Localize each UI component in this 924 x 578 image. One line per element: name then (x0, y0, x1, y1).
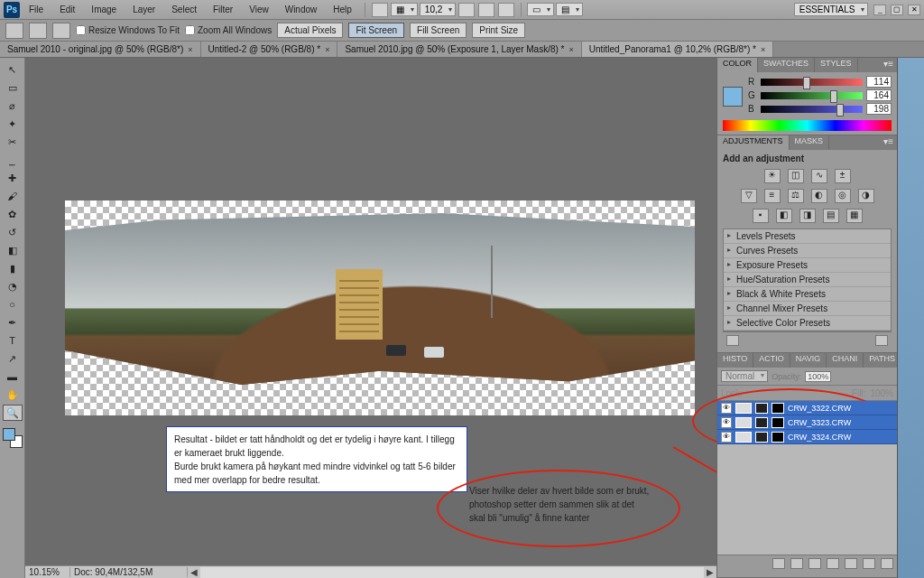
lasso-tool-icon[interactable]: ⌀ (3, 98, 23, 114)
visibility-icon[interactable]: 👁 (721, 403, 732, 414)
tab-masks[interactable]: MASKS (790, 135, 830, 150)
menu-file[interactable]: File (22, 2, 51, 17)
history-brush-icon[interactable]: ↺ (3, 224, 23, 240)
fill-screen-button[interactable]: Fill Screen (410, 23, 467, 38)
layer-mask-button-icon[interactable] (808, 558, 821, 569)
preset-item[interactable]: Selective Color Presets (724, 316, 891, 331)
document-tab[interactable]: Samuel 2010.jpg @ 50% (Exposure 1, Layer… (337, 42, 581, 57)
layer-mask-icon[interactable] (755, 432, 768, 443)
color-swatches[interactable] (3, 428, 23, 448)
menu-help[interactable]: Help (326, 2, 359, 17)
launch-bridge-icon[interactable] (372, 3, 388, 17)
dodge-tool-icon[interactable]: ○ (3, 296, 23, 312)
menu-select[interactable]: Select (164, 2, 204, 17)
layer-row[interactable]: 👁 CRW_3323.CRW (717, 415, 897, 430)
layer-thumb[interactable] (735, 432, 752, 443)
tab-adjustments[interactable]: ADJUSTMENTS (717, 135, 790, 150)
gradient-tool-icon[interactable]: ▮ (3, 260, 23, 276)
vibrance-icon[interactable]: ▽ (741, 189, 757, 203)
foreground-color-icon[interactable] (3, 428, 15, 441)
zoom-tool-icon[interactable] (478, 3, 494, 17)
brush-tool-icon[interactable]: 🖌 (3, 188, 23, 204)
menu-edit[interactable]: Edit (52, 2, 82, 17)
gradient-map-icon[interactable]: ▤ (823, 209, 839, 223)
menu-window[interactable]: Window (278, 2, 325, 17)
tab-channels[interactable]: CHANI (827, 353, 864, 368)
screen-mode-dropdown[interactable]: ▭ (527, 3, 554, 16)
adjustment-trash-icon[interactable] (875, 335, 888, 346)
layer-thumb[interactable] (735, 417, 752, 428)
slider-b[interactable] (761, 106, 863, 113)
horizontal-scrollbar[interactable] (200, 567, 704, 578)
fill-value[interactable]: 100% (870, 388, 893, 398)
threshold-icon[interactable]: ◨ (799, 209, 816, 223)
panel-menu-icon[interactable]: ▾≡ (880, 58, 897, 72)
layer-thumb[interactable] (735, 403, 752, 414)
slider-g[interactable] (761, 92, 863, 99)
zoom-dropdown[interactable]: 10,2 (420, 3, 456, 16)
value-g[interactable]: 164 (866, 89, 892, 101)
eyedropper-tool-icon[interactable]: ⎯ (3, 152, 23, 168)
photo-filter-icon[interactable]: ◎ (835, 189, 851, 203)
path-tool-icon[interactable]: ↗ (3, 350, 23, 367)
panel-menu-icon[interactable]: ▾≡ (880, 135, 897, 150)
layer-mask-icon[interactable] (755, 417, 768, 428)
marquee-tool-icon[interactable]: ▭ (3, 79, 23, 96)
document-tab[interactable]: Untitled-2 @ 50% (RGB/8) *× (201, 42, 338, 57)
scroll-right-icon[interactable]: ▶ (704, 567, 716, 577)
menu-filter[interactable]: Filter (206, 2, 240, 17)
preset-item[interactable]: Exposure Presets (724, 258, 891, 273)
resize-windows-checkbox[interactable]: Resize Windows To Fit (76, 25, 180, 35)
bw-icon[interactable]: ◐ (811, 189, 827, 203)
zoom-tool-preset-icon[interactable] (5, 23, 23, 39)
brightness-icon[interactable]: ☀ (764, 169, 781, 183)
actual-pixels-button[interactable]: Actual Pixels (277, 23, 343, 38)
rotate-view-icon[interactable] (498, 3, 514, 17)
tab-actions[interactable]: ACTIO (753, 353, 790, 368)
print-size-button[interactable]: Print Size (472, 23, 525, 38)
layer-mask-icon[interactable] (772, 432, 784, 443)
slider-r[interactable] (761, 79, 863, 86)
value-b[interactable]: 198 (866, 103, 892, 115)
menu-view[interactable]: View (242, 2, 276, 17)
layer-style-icon[interactable] (790, 558, 803, 569)
hue-icon[interactable]: ≡ (764, 189, 781, 203)
preset-item[interactable]: Hue/Saturation Presets (724, 273, 891, 287)
zoom-in-icon[interactable] (29, 23, 47, 39)
layer-row[interactable]: 👁 CRW_3322.CRW (717, 401, 897, 415)
balance-icon[interactable]: ⚖ (788, 189, 804, 203)
move-tool-icon[interactable]: ↖ (3, 61, 23, 78)
menu-image[interactable]: Image (84, 2, 124, 17)
tab-history[interactable]: HISTO (717, 353, 753, 368)
mixer-icon[interactable]: ◑ (858, 189, 874, 203)
spectrum-bar[interactable] (723, 120, 892, 131)
preset-item[interactable]: Channel Mixer Presets (724, 302, 891, 316)
opacity-value[interactable]: 100% (805, 371, 831, 382)
visibility-icon[interactable]: 👁 (721, 432, 732, 443)
stamp-tool-icon[interactable]: ✿ (3, 206, 23, 222)
hand-tool-icon[interactable] (458, 3, 475, 17)
hand-tool-icon[interactable]: ✋ (3, 387, 23, 403)
blur-tool-icon[interactable]: ◔ (3, 278, 23, 294)
workspace-switcher[interactable]: ESSENTIALS (794, 3, 869, 16)
scroll-left-icon[interactable]: ◀ (188, 567, 200, 577)
extras-dropdown[interactable]: ▤ (556, 3, 583, 16)
posterize-icon[interactable]: ◧ (776, 209, 792, 223)
maximize-button[interactable]: ▢ (891, 5, 903, 15)
eraser-tool-icon[interactable]: ◧ (3, 242, 23, 258)
close-icon[interactable]: × (188, 45, 192, 54)
menu-layer[interactable]: Layer (125, 2, 162, 17)
invert-icon[interactable]: ▪ (753, 209, 769, 223)
close-icon[interactable]: × (568, 45, 573, 54)
adjustment-layer-icon[interactable] (827, 558, 839, 569)
wand-tool-icon[interactable]: ✦ (3, 116, 23, 132)
tab-swatches[interactable]: SWATCHES (758, 58, 815, 72)
tab-paths[interactable]: PATHS (864, 353, 901, 368)
fit-screen-button[interactable]: Fit Screen (348, 23, 404, 38)
collapsed-panel-strip[interactable] (897, 58, 924, 578)
preset-item[interactable]: Curves Presets (724, 244, 891, 258)
document-tab[interactable]: Samuel 2010 - original.jpg @ 50% (RGB/8*… (0, 42, 201, 57)
minimize-button[interactable]: _ (873, 5, 886, 15)
layer-row[interactable]: 👁 CRW_3324.CRW (717, 430, 897, 444)
zoom-tool-icon[interactable]: 🔍 (3, 405, 23, 421)
